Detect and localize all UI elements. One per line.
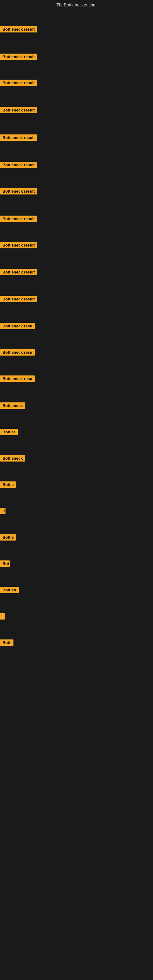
- bottleneck-result-row: Bottleneck result: [0, 269, 37, 277]
- site-title: TheBottlenecker.com: [0, 0, 153, 9]
- bottleneck-badge[interactable]: B: [0, 508, 5, 514]
- bottleneck-result-row: Bottleneck result: [0, 26, 37, 34]
- bottleneck-result-row: Bottl: [0, 640, 13, 647]
- bottleneck-badge[interactable]: Bottleneck result: [0, 269, 37, 275]
- bottleneck-result-row: Bottleneck resu: [0, 323, 35, 331]
- bottleneck-badge[interactable]: Bottleneck result: [0, 242, 37, 248]
- bottleneck-result-row: Bottle: [0, 481, 16, 489]
- bottleneck-badge[interactable]: Bottler: [0, 429, 18, 435]
- bottleneck-result-row: Bottleneck result: [0, 162, 37, 169]
- bottleneck-badge[interactable]: Bottleneck resu: [0, 375, 35, 382]
- bottleneck-result-row: Bottler: [0, 429, 18, 436]
- bottleneck-result-row: Bottleneck result: [0, 134, 37, 142]
- bottleneck-result-row: Bottleneck result: [0, 188, 37, 196]
- bottleneck-badge[interactable]: Bottleneck result: [0, 54, 37, 60]
- bottleneck-result-row: Bottleneck result: [0, 80, 37, 87]
- bottleneck-badge[interactable]: Bottle: [0, 481, 16, 488]
- bottleneck-badge[interactable]: Bottleneck result: [0, 162, 37, 168]
- bottleneck-badge[interactable]: Bottleneck result: [0, 26, 37, 32]
- bottleneck-badge[interactable]: Bottleneck result: [0, 107, 37, 113]
- bottleneck-badge[interactable]: Bottleneck: [0, 402, 25, 409]
- bottleneck-result-row: Bottleneck resu: [0, 375, 35, 383]
- bottleneck-result-row: Bottleneck result: [0, 216, 37, 223]
- bottleneck-result-row: Bot: [0, 560, 10, 568]
- bottleneck-result-row: Bottleneck resu: [0, 349, 35, 357]
- bottleneck-badge[interactable]: Bot: [0, 560, 10, 567]
- bottleneck-badge[interactable]: Bottlen: [0, 587, 19, 593]
- bottleneck-result-row: Bottle: [0, 534, 16, 542]
- bottleneck-result-row: Bottleneck: [0, 455, 25, 463]
- bottleneck-badge[interactable]: Bottleneck result: [0, 134, 37, 141]
- bottleneck-badge[interactable]: Bottleneck result: [0, 80, 37, 86]
- bottleneck-result-row: Bottleneck result: [0, 54, 37, 61]
- bottleneck-result-row: |: [0, 613, 5, 621]
- bottleneck-badge[interactable]: Bottle: [0, 534, 16, 541]
- bottleneck-badge[interactable]: Bottleneck result: [0, 216, 37, 222]
- bottleneck-badge[interactable]: Bottleneck resu: [0, 349, 35, 356]
- bottleneck-result-row: Bottleneck result: [0, 296, 37, 304]
- bottleneck-result-row: B: [0, 508, 5, 515]
- bottleneck-result-row: Bottleneck result: [0, 242, 37, 250]
- bottleneck-result-row: Bottlen: [0, 587, 19, 595]
- bottleneck-result-row: Bottleneck result: [0, 107, 37, 115]
- bottleneck-badge[interactable]: Bottleneck result: [0, 188, 37, 194]
- bottleneck-result-row: Bottleneck: [0, 402, 25, 410]
- bottleneck-badge[interactable]: Bottleneck resu: [0, 323, 35, 329]
- bottleneck-badge[interactable]: |: [0, 613, 5, 620]
- bottleneck-badge[interactable]: Bottleneck: [0, 455, 25, 461]
- bottleneck-badge[interactable]: Bottleneck result: [0, 296, 37, 302]
- bottleneck-badge[interactable]: Bottl: [0, 640, 13, 646]
